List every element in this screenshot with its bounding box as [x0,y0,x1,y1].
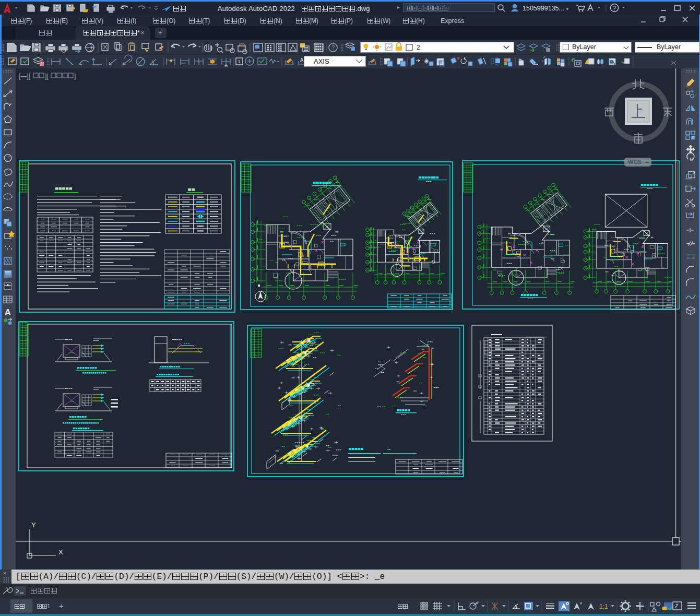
svg-text:]: ] [74,73,76,80]
svg-text:A: A [5,307,11,317]
svg-text:A: A [300,57,304,63]
svg-text:1: 1 [238,59,240,64]
svg-text:?: ? [331,44,335,51]
svg-text:?: ? [613,5,616,12]
svg-text:][: ][ [45,73,49,80]
svg-text:X: X [58,548,63,556]
svg-text:2: 2 [417,44,420,51]
svg-text:[—][: [—][ [19,73,31,80]
svg-text:Y: Y [31,521,36,529]
svg-text:1:1: 1:1 [599,603,608,610]
